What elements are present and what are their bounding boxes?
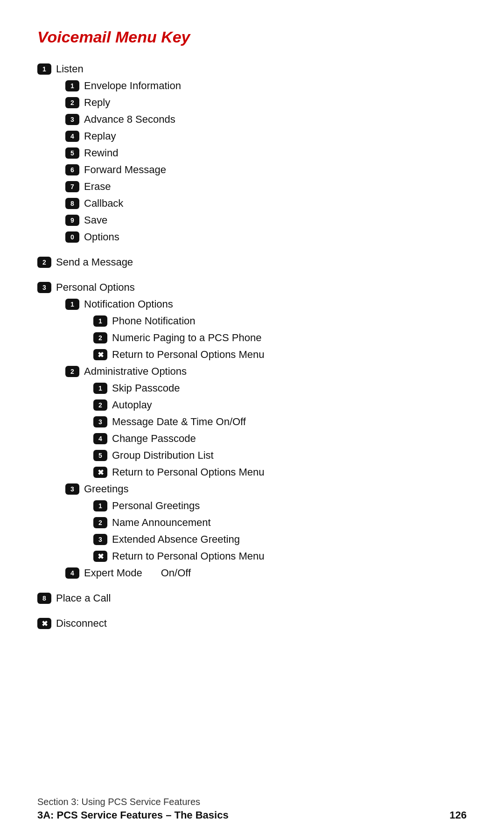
menu-item: 3Advance 8 Seconds [37, 113, 467, 126]
footer-section: Section 3: Using PCS Service Features [37, 797, 467, 807]
footer-page-number: 126 [449, 809, 467, 821]
menu-label: Notification Options [84, 298, 173, 310]
menu-badge: 3 [65, 483, 79, 495]
menu-badge: 8 [65, 198, 79, 209]
menu-item: 3Extended Absence Greeting [37, 533, 467, 546]
menu-badge: ✖ [93, 467, 107, 478]
page-title: Voicemail Menu Key [37, 28, 467, 46]
menu-item: ✖Return to Personal Options Menu [37, 466, 467, 478]
menu-label: Place a Call [56, 592, 111, 604]
footer-subsection: 3A: PCS Service Features – The Basics [37, 809, 229, 821]
menu-item: 1Listen [37, 63, 467, 75]
menu-item: 1Skip Passcode [37, 382, 467, 394]
menu-label: Replay [84, 130, 116, 142]
menu-item: 3Message Date & Time On/Off [37, 416, 467, 428]
menu-badge: 1 [93, 315, 107, 327]
menu-badge: 4 [65, 131, 79, 142]
menu-badge: 7 [65, 181, 79, 192]
menu-badge: 3 [93, 534, 107, 545]
footer-bottom: 3A: PCS Service Features – The Basics 12… [37, 809, 467, 821]
menu-badge: ✖ [37, 618, 51, 629]
menu-item: 8Place a Call [37, 592, 467, 604]
menu-label: Send a Message [56, 256, 133, 268]
menu-item: 0Options [37, 231, 467, 243]
menu-badge: 1 [65, 80, 79, 91]
menu-label: Group Distribution List [112, 449, 214, 462]
menu-container: 1Listen1Envelope Information2Reply3Advan… [37, 63, 467, 630]
menu-label: Return to Personal Options Menu [112, 550, 265, 562]
menu-item: 2Numeric Paging to a PCS Phone [37, 332, 467, 344]
menu-item: ✖Return to Personal Options Menu [37, 550, 467, 562]
menu-item: ✖Return to Personal Options Menu [37, 349, 467, 361]
menu-item: 2Name Announcement [37, 517, 467, 529]
menu-item: ✖Disconnect [37, 617, 467, 630]
menu-label: Autoplay [112, 399, 152, 411]
menu-label: Administrative Options [84, 365, 187, 378]
menu-badge: 2 [65, 97, 79, 108]
menu-badge: 1 [93, 383, 107, 394]
menu-badge: 1 [93, 500, 107, 511]
menu-badge: 5 [93, 450, 107, 461]
menu-item: 2Administrative Options [37, 365, 467, 378]
menu-label: Listen [56, 63, 84, 75]
menu-item: 2Send a Message [37, 256, 467, 268]
menu-item: 5Group Distribution List [37, 449, 467, 462]
menu-badge: 3 [37, 282, 51, 293]
menu-label: Reply [84, 97, 110, 109]
menu-badge: 5 [65, 147, 79, 159]
spacer [37, 273, 467, 281]
spacer [37, 248, 467, 256]
menu-badge: 1 [37, 63, 51, 75]
menu-badge: 8 [37, 593, 51, 604]
menu-item: 1Phone Notification [37, 315, 467, 327]
menu-item: 9Save [37, 214, 467, 226]
menu-item: 1Envelope Information [37, 80, 467, 92]
menu-item: 2Reply [37, 97, 467, 109]
menu-label: Forward Message [84, 164, 166, 176]
spacer [37, 609, 467, 617]
menu-label: Personal Options [56, 281, 135, 294]
menu-badge: ✖ [93, 349, 107, 360]
menu-badge: 2 [93, 332, 107, 343]
menu-badge: 2 [65, 366, 79, 377]
menu-extra: On/Off [161, 567, 191, 579]
menu-item: 3Greetings [37, 483, 467, 495]
menu-item: 1Notification Options [37, 298, 467, 310]
menu-badge: ✖ [93, 551, 107, 562]
menu-label: Message Date & Time On/Off [112, 416, 246, 428]
menu-badge: 4 [65, 567, 79, 579]
menu-label: Disconnect [56, 617, 107, 630]
menu-badge: 2 [93, 399, 107, 411]
menu-badge: 0 [65, 231, 79, 243]
menu-item: 4Change Passcode [37, 433, 467, 445]
menu-label: Advance 8 Seconds [84, 113, 175, 126]
menu-label: Save [84, 214, 107, 226]
menu-badge: 9 [65, 215, 79, 226]
menu-label: Greetings [84, 483, 128, 495]
menu-badge: 6 [65, 164, 79, 175]
menu-label: Expert Mode [84, 567, 142, 579]
menu-badge: 2 [93, 517, 107, 528]
menu-label: Numeric Paging to a PCS Phone [112, 332, 261, 344]
menu-label: Erase [84, 181, 111, 193]
menu-label: Options [84, 231, 119, 243]
menu-label: Return to Personal Options Menu [112, 349, 265, 361]
footer: Section 3: Using PCS Service Features 3A… [37, 797, 467, 821]
menu-label: Callback [84, 197, 123, 210]
menu-item: 7Erase [37, 181, 467, 193]
menu-label: Name Announcement [112, 517, 211, 529]
menu-item: 4Replay [37, 130, 467, 142]
spacer [37, 584, 467, 592]
menu-badge: 4 [93, 433, 107, 444]
menu-item: 4Expert ModeOn/Off [37, 567, 467, 579]
menu-label: Phone Notification [112, 315, 196, 327]
menu-badge: 3 [65, 114, 79, 125]
menu-label: Change Passcode [112, 433, 196, 445]
menu-item: 6Forward Message [37, 164, 467, 176]
menu-item: 1Personal Greetings [37, 500, 467, 512]
menu-item: 3Personal Options [37, 281, 467, 294]
menu-label: Envelope Information [84, 80, 181, 92]
menu-item: 2Autoplay [37, 399, 467, 411]
menu-badge: 1 [65, 299, 79, 310]
menu-label: Personal Greetings [112, 500, 200, 512]
